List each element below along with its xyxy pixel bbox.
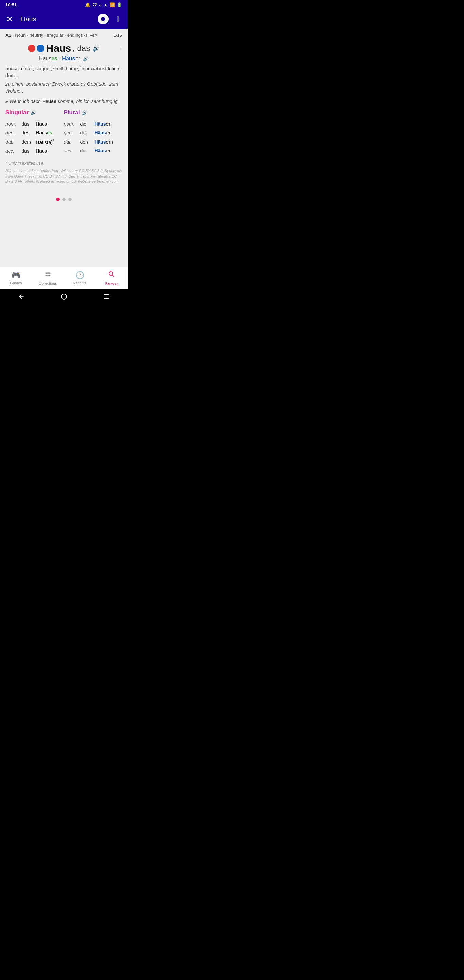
plural-heading: Plural 🔊 [64, 109, 122, 116]
nav-item-browse[interactable]: Browse [95, 267, 127, 288]
status-bar: 10:51 🔔 🛡 ♫ ▲ 📶 🔋 [0, 0, 127, 10]
main-content: A1 · Noun · neutral · irregular · ending… [0, 29, 127, 267]
word-article: , das [73, 43, 90, 53]
table-row: dat. dem Haus(e)6 [5, 137, 64, 147]
status-time: 10:51 [5, 2, 17, 8]
nav-item-games[interactable]: 🎮 Games [0, 267, 32, 288]
blue-dot [37, 45, 44, 52]
plural-label: Plural [64, 109, 80, 116]
home-button[interactable] [60, 293, 68, 301]
case-label: nom. [5, 119, 22, 128]
nav-item-collections[interactable]: Collections [32, 267, 64, 288]
recents-label: Recents [73, 281, 86, 285]
gender-dots [28, 45, 44, 52]
collections-icon [44, 270, 52, 280]
case-label: gen. [64, 128, 80, 137]
system-bar [0, 288, 127, 305]
case-label: gen. [5, 128, 22, 137]
main-word: Haus [46, 43, 71, 54]
notification-icon: 🔔 [85, 2, 91, 8]
plural-table: nom. die Häuser gen. der Häuser dat. den… [64, 119, 122, 156]
recents-icon: 🕐 [75, 271, 84, 280]
browse-icon [108, 270, 116, 280]
singular-audio[interactable]: 🔊 [30, 110, 37, 115]
article: das [22, 119, 36, 128]
plural-column: Plural 🔊 nom. die Häuser gen. der Häuser [64, 109, 122, 156]
word-form: Haus [36, 119, 64, 128]
games-icon: 🎮 [11, 271, 21, 280]
singular-column: Singular 🔊 nom. das Haus gen. des Hauses [5, 109, 64, 156]
table-row: nom. die Häuser [64, 119, 122, 128]
wifi-icon: 📶 [110, 2, 115, 8]
music-icon: ♫ [98, 2, 102, 8]
svg-point-0 [101, 17, 105, 21]
close-button[interactable] [3, 12, 16, 26]
irregularity-label: irregular [47, 33, 63, 38]
word-form: Häuser [94, 128, 122, 137]
shield-icon: 🛡 [92, 2, 97, 8]
example-german: zu einem bestimmten Zweck erbautes Gebäu… [5, 81, 122, 94]
table-row: acc. die Häuser [64, 146, 122, 155]
forms-audio-button[interactable]: 🔊 [83, 56, 89, 61]
signal-icon: ▲ [103, 2, 108, 8]
case-label: dat. [64, 137, 80, 146]
circle-toggle-button[interactable] [98, 14, 108, 24]
table-row: gen. des Hauses [5, 128, 64, 137]
bottom-nav: 🎮 Games Collections 🕐 Recents Browse [0, 267, 127, 288]
menu-button[interactable] [111, 12, 125, 26]
singular-table: nom. das Haus gen. des Hauses dat. dem H… [5, 119, 64, 156]
top-bar: Haus [0, 10, 127, 29]
status-icons: 🔔 🛡 ♫ ▲ 📶 🔋 [85, 2, 122, 8]
article: des [22, 128, 36, 137]
battery-icon: 🔋 [117, 2, 122, 8]
declension-row: Singular 🔊 nom. das Haus gen. des Hauses [5, 109, 122, 156]
article: die [80, 119, 94, 128]
meta-row: A1 · Noun · neutral · irregular · ending… [5, 33, 122, 38]
meta-info: A1 · Noun · neutral · irregular · ending… [5, 33, 97, 38]
word-form: Häuser [94, 146, 122, 155]
audio-button[interactable]: 🔊 [92, 45, 100, 52]
nav-item-recents[interactable]: 🕐 Recents [64, 267, 96, 288]
collections-label: Collections [39, 282, 57, 285]
case-label: dat. [5, 137, 22, 147]
singular-label: Singular [5, 109, 29, 116]
table-row: gen. der Häuser [64, 128, 122, 137]
article: die [80, 146, 94, 155]
page-dot-3[interactable] [68, 198, 72, 201]
article: den [80, 137, 94, 146]
browse-label: Browse [105, 282, 118, 286]
gender-label: neutral [30, 33, 43, 38]
recents-button[interactable] [102, 293, 111, 301]
page-title: Haus [19, 15, 95, 23]
page-dot-1[interactable] [56, 198, 60, 201]
word-forms: Hauses · Häuser 🔊 [5, 56, 122, 62]
declension-section: Singular 🔊 nom. das Haus gen. des Hauses [5, 109, 122, 156]
level-badge: A1 [5, 33, 11, 38]
back-button[interactable] [17, 293, 25, 301]
article: das [22, 147, 36, 156]
word-form: Häusern [94, 137, 122, 146]
attribution: Denotations and sentences from Wiktionar… [5, 169, 122, 184]
pagination-dots [5, 198, 122, 201]
games-label: Games [10, 281, 22, 285]
table-row: acc. das Haus [5, 147, 64, 156]
word-form: Haus(e)6 [36, 137, 64, 147]
singular-heading: Singular 🔊 [5, 109, 64, 116]
page-dot-2[interactable] [62, 198, 66, 201]
genitive-form: Hauses [39, 56, 57, 61]
article: dem [22, 137, 36, 147]
plural-audio[interactable]: 🔊 [82, 110, 88, 115]
article: der [80, 128, 94, 137]
example-sentence: » Wenn ich nach Hause komme, bin ich seh… [5, 98, 122, 105]
word-form: Haus [36, 147, 64, 156]
case-label: acc. [64, 146, 80, 155]
word-header: Haus , das 🔊 › [5, 43, 122, 54]
case-label: nom. [64, 119, 80, 128]
table-row: nom. das Haus [5, 119, 64, 128]
chevron-right-icon[interactable]: › [120, 45, 122, 52]
footnote: ⁶ Only in exalted use [5, 161, 122, 166]
entry-count: 1/15 [114, 33, 122, 38]
word-form: Hauses [36, 128, 64, 137]
red-dot [28, 45, 35, 52]
case-label: acc. [5, 147, 22, 156]
